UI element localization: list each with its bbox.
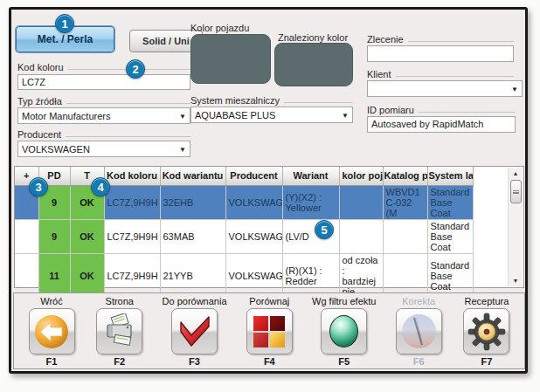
printer-icon (101, 313, 138, 350)
callout-badge-5: 5 (315, 220, 334, 239)
znaleziony-kolor-label: Znaleziony kolor (273, 32, 353, 43)
scrollbar-thumb[interactable] (510, 180, 522, 203)
function-toolbar: Wróć F1 Strona (13, 292, 525, 369)
compare-button[interactable] (246, 308, 293, 354)
vehicle-color-swatch (190, 34, 271, 84)
toolbar-item-wroc: Wróć F1 (26, 296, 77, 368)
kolor-pojazdu-label: Kolor pojazdu (190, 23, 249, 33)
col-kod-koloru[interactable]: Kod koloru (104, 167, 160, 185)
toolbar-item-do-porownania: Do porównania F3 (163, 296, 227, 368)
callout-badge-3: 3 (29, 177, 48, 196)
system-mieszalniczy-select[interactable]: AQUABASE PLUS ▼ (190, 107, 353, 123)
toolbar-item-porownaj: Porównaj F4 (244, 296, 294, 368)
toolbar-item-receptura: Receptura (461, 296, 512, 368)
col-wariant[interactable]: Wariant (282, 167, 339, 185)
back-arrow-icon (35, 315, 68, 348)
toolbar-item-strona: Strona F2 (94, 296, 145, 368)
gear-icon (467, 313, 506, 351)
vertical-scrollbar[interactable]: ▲ ▼ (508, 168, 523, 286)
id-pomiaru-input[interactable]: Autosaved by RapidMatch (367, 116, 516, 133)
zlecenie-input[interactable] (367, 45, 514, 62)
producent-select[interactable]: VOLKSWAGEN ▼ (17, 141, 190, 157)
rapidmatch-window: Met. / Perla Solid / Uni Kod koloru LC7Z… (9, 7, 528, 374)
correction-button (396, 308, 442, 354)
col-kod-wariantu[interactable]: Kod wariantu (160, 167, 225, 185)
found-color-swatch (274, 43, 353, 86)
col-system-lakierniczy[interactable]: System lakierniczy (427, 167, 473, 185)
toolbar-item-wg-filtru-efektu: Wg filtru efektu F5 (312, 296, 376, 368)
col-producent[interactable]: Producent (225, 167, 282, 185)
table-row[interactable]: 9 OK LC7Z,9H9H 32EHB VOLKSWAGEN (Y)(X2) … (15, 185, 473, 219)
thumb-grip-icon (513, 190, 519, 194)
klient-select[interactable]: ▼ (367, 80, 523, 97)
kod-koloru-label: Kod koloru (17, 62, 190, 72)
table-row[interactable]: 9 OK LC7Z,9H9H 63MAB VOLKSWAGEN (LV/D St… (15, 219, 473, 253)
kod-koloru-input[interactable]: LC7Z (17, 74, 190, 90)
callout-badge-1: 1 (55, 14, 74, 33)
callout-badge-2: 2 (126, 59, 145, 79)
print-page-button[interactable] (96, 308, 142, 354)
toolbar-item-korekta: Korekta F6 (393, 296, 444, 368)
chevron-down-icon: ▼ (179, 112, 186, 120)
compass-needle-icon (402, 314, 436, 348)
id-pomiaru-label: ID pomiaru (367, 105, 516, 115)
klient-label: Klient (367, 69, 514, 79)
back-button[interactable] (29, 308, 75, 354)
scroll-down-icon[interactable]: ▼ (509, 275, 523, 286)
chevron-down-icon: ▼ (511, 85, 518, 93)
chevron-down-icon: ▼ (179, 145, 186, 153)
add-to-comparison-button[interactable] (171, 308, 218, 354)
red-check-icon (177, 314, 212, 349)
table-header-row: + PD T Kod koloru Kod wariantu Producent… (15, 167, 473, 185)
table-row[interactable]: 11 OK LC7Z,9H9H 21YYB VOLKSWAGEN (R)(X1)… (15, 253, 473, 298)
zlecenie-label: Zlecenie (367, 34, 514, 45)
chevron-down-icon: ▼ (342, 111, 349, 119)
formula-button[interactable] (463, 308, 509, 354)
typ-zrodla-label: Typ źródła (17, 96, 190, 107)
typ-zrodla-select[interactable]: Motor Manufacturers ▼ (17, 107, 190, 124)
producent-label: Producent (17, 129, 190, 140)
color-squares-icon (253, 316, 285, 347)
callout-badge-4: 4 (91, 177, 110, 196)
system-mieszalniczy-label: System mieszalniczy (190, 95, 353, 106)
col-kolor-pojazdu[interactable]: kolor pojazdu (339, 167, 383, 185)
effect-filter-button[interactable] (321, 308, 367, 354)
effect-orb-icon (329, 315, 358, 347)
scroll-up-icon[interactable]: ▲ (509, 168, 523, 179)
col-katalog-probek[interactable]: Katalog próbek (383, 167, 427, 185)
